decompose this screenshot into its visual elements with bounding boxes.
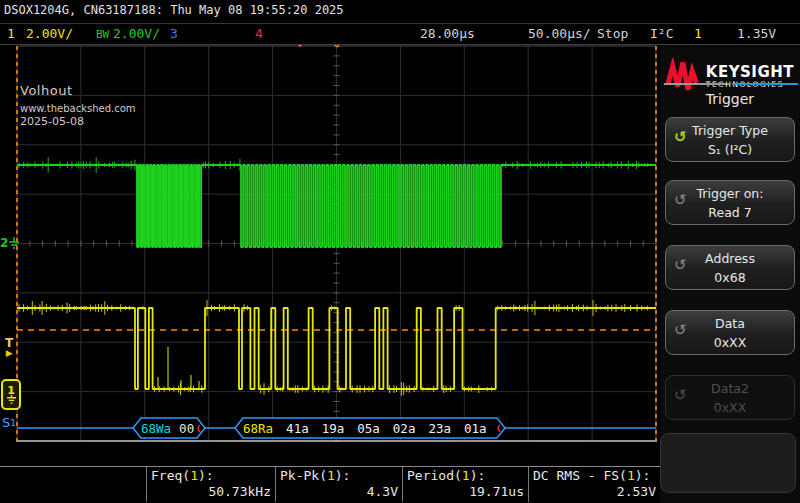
trigger-arrow-icon: ▶ (6, 348, 13, 358)
ch2-ground-marker[interactable]: 2 (0, 236, 20, 250)
rotate-knob-icon: ↺ (674, 189, 687, 212)
measurement-freq[interactable]: Freq(1): 50.73kHz (146, 467, 277, 502)
sda-spikes (158, 347, 199, 389)
ground-icon (8, 237, 20, 250)
ground-icon (6, 395, 17, 404)
timebase[interactable]: 50.00µs/ (528, 26, 591, 41)
rotate-knob-icon: ↺ (674, 384, 687, 407)
measurement-value: 19.71us (407, 484, 524, 499)
softkey-trigger-type[interactable]: ↺ Trigger Type S₁ (I²C) (665, 117, 795, 162)
divider-blue (732, 83, 798, 85)
ch2-bw-badge: BW (96, 28, 109, 41)
annotation-author: Volhout (20, 84, 136, 99)
softkey-trigger-on[interactable]: ↺ Trigger on: Read 7 (665, 180, 795, 225)
softkey-data2: ↺ Data2 0xXX (665, 375, 795, 420)
titlebar: DSOX1204G, CN63187188: Thu May 08 19:55:… (4, 3, 796, 22)
brand-name: KEYSIGHT (706, 65, 794, 80)
oscilloscope-screen: DSOX1204G, CN63187188: Thu May 08 19:55:… (0, 0, 800, 503)
divider-gray (664, 83, 726, 85)
measurement-bar: Freq(1): 50.73kHz Pk-Pk(1): 4.3V Period(… (0, 466, 661, 503)
ch1-scale[interactable]: 2.00V/ (26, 26, 73, 41)
instrument-title: DSOX1204G, CN63187188: Thu May 08 19:55:… (4, 3, 344, 17)
scl-trace-ch2 (17, 165, 656, 247)
horizontal-delay[interactable]: 28.00µs (420, 26, 475, 41)
serial-bus-marker[interactable]: S1 (2, 415, 16, 430)
rotate-knob-icon: ↺ (674, 126, 687, 149)
trigger-level-marker[interactable]: T ▶ (5, 338, 13, 358)
trigger-source[interactable]: 1 (694, 26, 702, 41)
status-toolbar: 1 2.00V/ BW 2.00V/ 3 4 28.00µs 50.00µs/ … (0, 25, 800, 44)
measurement-pkpk[interactable]: Pk-Pk(1): 4.3V (275, 467, 404, 502)
ch4-number[interactable]: 4 (255, 26, 263, 41)
measurement-value: 50.73kHz (151, 484, 271, 499)
softkey-address[interactable]: ↺ Address 0x68 (665, 245, 795, 290)
rotate-knob-icon: ↺ (674, 254, 687, 277)
measurement-dcrms[interactable]: DC RMS - FS(1): 2.53V (528, 467, 662, 502)
softkey-empty-slot (660, 433, 796, 493)
run-state[interactable]: Stop (597, 26, 628, 41)
measurement-value: 2.53V (533, 484, 656, 499)
ch1-number[interactable]: 1 (7, 26, 15, 41)
ch3-number[interactable]: 3 (170, 26, 178, 41)
annotation-url: www.thebackshed.com (20, 103, 136, 115)
rotate-knob-icon: ↺ (674, 319, 687, 342)
screen-annotation: Volhout www.thebackshed.com 2025-05-08 (20, 84, 136, 129)
ch2-scale[interactable]: 2.00V/ (113, 26, 160, 41)
trigger-type-indicator[interactable]: I²C (650, 26, 673, 41)
measurement-value: 4.3V (280, 484, 398, 499)
trigger-level[interactable]: 1.35V (737, 26, 776, 41)
titlebar-separator (0, 23, 800, 24)
annotation-date: 2025-05-08 (20, 116, 136, 129)
decode-frame-text: 68Wa00 (141, 421, 194, 436)
menu-title: Trigger (660, 91, 800, 107)
ch1-ground-marker[interactable]: 1 (1, 379, 21, 410)
measurement-period[interactable]: Period(1): 19.71us (402, 467, 530, 502)
softkey-data[interactable]: ↺ Data 0xXX (665, 310, 795, 355)
